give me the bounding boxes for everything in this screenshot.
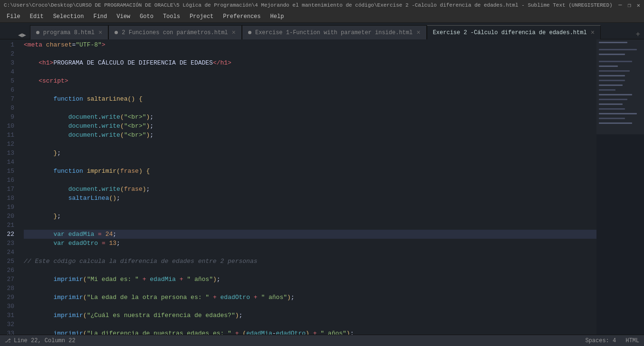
- tab-bar: ◀▶ programa 8.html × 2 Funciones con par…: [0, 23, 644, 39]
- status-branch-icon: ⎇: [5, 337, 11, 344]
- tab-label: Exercise 2 -Cálculo diferencia de edades…: [433, 29, 587, 36]
- tab-label: Exercise 1-Function with parameter insid…: [255, 29, 413, 36]
- line-num-8: 8: [0, 103, 14, 112]
- code-line-2: [24, 49, 596, 58]
- code-line-24: [24, 248, 596, 257]
- line-num-5: 5: [0, 76, 14, 85]
- status-right: Spaces: 4 HTML: [585, 337, 639, 344]
- line-num-16: 16: [0, 176, 14, 185]
- code-line-5: <script>: [24, 76, 596, 85]
- code-line-7: function saltarLinea() {: [24, 94, 596, 103]
- line-num-22: 22: [0, 230, 14, 239]
- line-num-18: 18: [0, 194, 14, 203]
- code-line-16: [24, 176, 596, 185]
- line-num-1: 1: [0, 40, 14, 49]
- code-line-18: saltarLinea();: [24, 194, 596, 203]
- tab-close-icon[interactable]: ×: [98, 29, 102, 36]
- menu-tools[interactable]: Tools: [158, 12, 185, 21]
- line-num-6: 6: [0, 85, 14, 94]
- line-num-28: 28: [0, 284, 14, 293]
- menu-project[interactable]: Project: [185, 12, 218, 21]
- editor: 1 2 3 4 5 6 7 8 9 10 11 12 13 14 15 16 1…: [0, 39, 644, 335]
- code-line-26: [24, 266, 596, 275]
- menu-find[interactable]: Find: [88, 12, 112, 21]
- code-line-14: [24, 158, 596, 167]
- line-num-31: 31: [0, 311, 14, 320]
- tab-close-icon[interactable]: ×: [591, 29, 595, 36]
- line-num-14: 14: [0, 158, 14, 167]
- status-filetype[interactable]: HTML: [625, 337, 639, 344]
- code-line-22: var edadMia = 24;: [24, 230, 596, 239]
- line-num-27: 27: [0, 275, 14, 284]
- line-num-25: 25: [0, 257, 14, 266]
- code-line-23: var edadOtro = 13;: [24, 239, 596, 248]
- line-num-13: 13: [0, 149, 14, 158]
- tab-exercise1[interactable]: Exercise 1-Function with parameter insid…: [242, 25, 427, 39]
- title-bar-controls[interactable]: — ❐ ✕: [618, 2, 640, 9]
- code-line-13: };: [24, 149, 596, 158]
- menu-help[interactable]: Help: [266, 12, 289, 21]
- tab-funciones2[interactable]: 2 Funciones con parámetros.html ×: [108, 25, 242, 39]
- maximize-button[interactable]: ❐: [628, 2, 631, 9]
- menu-preferences[interactable]: Preferences: [218, 12, 265, 21]
- code-line-1: <meta charset="UTF-8">: [24, 40, 596, 49]
- code-line-31: imprimir("¿Cuál es nuestra diferencia de…: [24, 311, 596, 320]
- close-button[interactable]: ✕: [637, 2, 640, 9]
- line-num-24: 24: [0, 248, 14, 257]
- code-line-15: function imprimir(frase) {: [24, 167, 596, 176]
- line-num-20: 20: [0, 212, 14, 221]
- tab-dot: [248, 31, 251, 34]
- code-line-27: imprimir("Mi edad es: " + edadMia + " añ…: [24, 275, 596, 284]
- line-num-11: 11: [0, 131, 14, 140]
- code-line-10: document.write("<br>");: [24, 122, 596, 131]
- menu-view[interactable]: View: [112, 12, 135, 21]
- code-line-30: [24, 302, 596, 311]
- tab-exercise2[interactable]: Exercise 2 -Cálculo diferencia de edades…: [427, 25, 601, 39]
- line-numbers: 1 2 3 4 5 6 7 8 9 10 11 12 13 14 15 16 1…: [0, 39, 20, 335]
- code-line-32: [24, 320, 596, 329]
- title-bar-text: C:\Users\Croco\Desktop\CURSO DE PROGRAMA…: [4, 2, 618, 8]
- code-line-28: [24, 284, 596, 293]
- code-area[interactable]: <meta charset="UTF-8"> <h1>PROGRAMA DE C…: [20, 39, 596, 335]
- line-num-4: 4: [0, 67, 14, 76]
- status-position[interactable]: Line 22, Column 22: [14, 337, 76, 344]
- tab-close-icon[interactable]: ×: [416, 29, 420, 36]
- code-line-12: [24, 140, 596, 149]
- tab-bar-right: +: [632, 30, 644, 39]
- tab-programa8[interactable]: programa 8.html ×: [30, 25, 108, 39]
- code-line-20: };: [24, 212, 596, 221]
- menu-selection[interactable]: Selection: [48, 12, 89, 21]
- minimize-button[interactable]: —: [618, 2, 622, 9]
- menu-goto[interactable]: Goto: [135, 12, 158, 21]
- menu-bar: File Edit Selection Find View Goto Tools…: [0, 10, 644, 23]
- code-line-3: <h1>PROGRAMA DE CÁLCULO DE DIFERENCIA DE…: [24, 58, 596, 67]
- line-num-19: 19: [0, 203, 14, 212]
- code-line-17: document.write(frase);: [24, 185, 596, 194]
- line-num-33: 33: [0, 329, 14, 335]
- tab-nav-left[interactable]: ◀▶: [14, 31, 30, 39]
- line-num-9: 9: [0, 112, 14, 122]
- code-line-29: imprimir("La edad de la otra persona es:…: [24, 293, 596, 302]
- menu-file[interactable]: File: [2, 12, 25, 21]
- status-left: ⎇ Line 22, Column 22: [5, 337, 76, 344]
- code-line-25: // Este código calcula la diferencia de …: [24, 257, 596, 266]
- line-num-29: 29: [0, 293, 14, 302]
- status-spaces[interactable]: Spaces: 4: [585, 337, 616, 344]
- code-line-8: [24, 103, 596, 112]
- line-num-7: 7: [0, 94, 14, 103]
- tab-close-icon[interactable]: ×: [232, 29, 236, 36]
- line-num-12: 12: [0, 140, 14, 149]
- menu-edit[interactable]: Edit: [25, 12, 48, 21]
- line-num-10: 10: [0, 122, 14, 131]
- title-bar: C:\Users\Croco\Desktop\CURSO DE PROGRAMA…: [0, 0, 644, 10]
- line-num-2: 2: [0, 49, 14, 58]
- code-line-11: document.write("<br>");: [24, 131, 596, 140]
- code-line-21: [24, 221, 596, 230]
- code-line-33: imprimir("La diferencia de nuestras edad…: [24, 329, 596, 335]
- line-num-17: 17: [0, 185, 14, 194]
- line-num-23: 23: [0, 239, 14, 248]
- new-tab-icon[interactable]: +: [635, 30, 640, 39]
- status-bar: ⎇ Line 22, Column 22 Spaces: 4 HTML: [0, 335, 644, 346]
- svg-rect-17: [596, 39, 644, 134]
- minimap: [596, 39, 644, 335]
